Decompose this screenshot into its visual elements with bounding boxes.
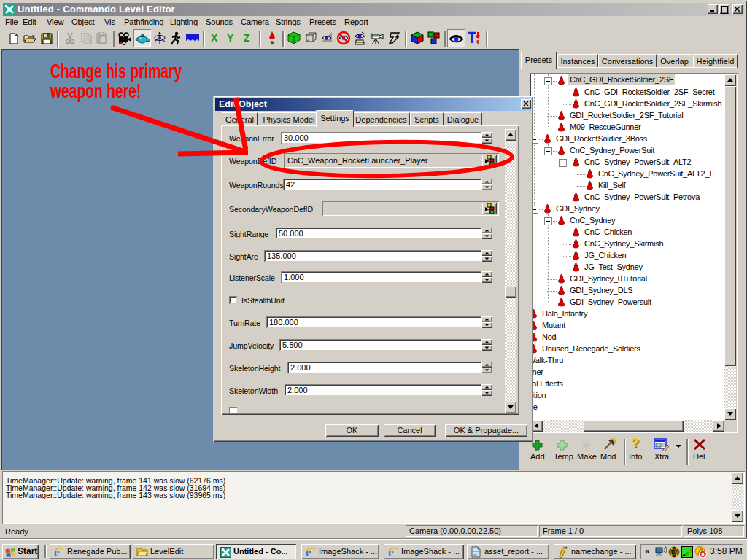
svg-text:weapon here!: weapon here! [50, 79, 141, 101]
